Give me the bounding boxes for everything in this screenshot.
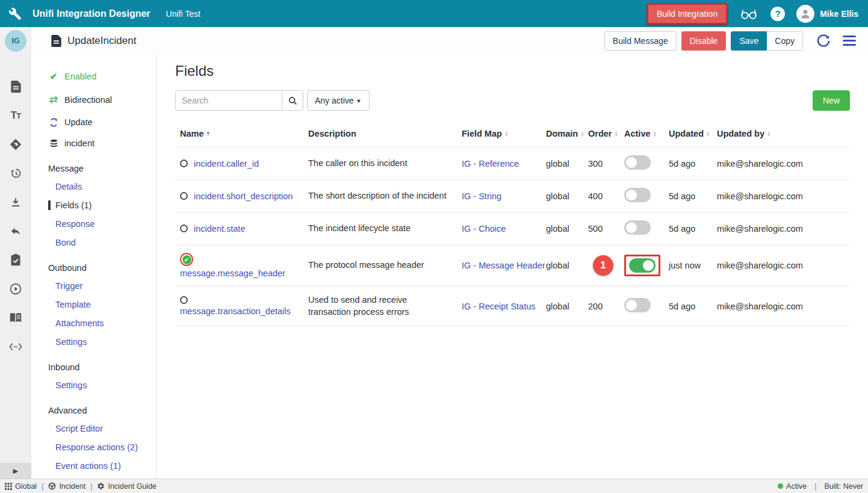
nav-status-bidirectional[interactable]: ⇄ Bidirectional — [48, 93, 156, 106]
active-toggle[interactable] — [624, 188, 651, 202]
preview-glasses-icon[interactable] — [739, 4, 759, 24]
active-toggle[interactable] — [624, 155, 651, 170]
field-map-link[interactable]: IG - Message Header — [462, 261, 546, 270]
scope-selector[interactable]: Global — [5, 482, 37, 491]
build-message-button[interactable]: Build Message — [604, 31, 677, 51]
nav-status-incident[interactable]: incident — [48, 138, 156, 148]
column-header-order[interactable]: Order▲▼ — [588, 129, 624, 138]
history-icon[interactable] — [0, 159, 31, 188]
active-toggle[interactable] — [624, 298, 651, 312]
fields-table: Name▲▼ Description Field Map▲▼ Domain▲▼ … — [175, 122, 850, 326]
help-icon[interactable]: ? — [767, 4, 788, 24]
column-header-name[interactable]: Name▲▼ — [180, 129, 308, 138]
field-updated-by: mike@sharelogic.com — [717, 261, 850, 270]
route-diamond-icon[interactable] — [0, 130, 31, 159]
radio-icon[interactable] — [180, 192, 188, 200]
user-name[interactable]: Mike Ellis — [820, 9, 858, 19]
field-name-link[interactable]: incident.short_description — [194, 191, 293, 201]
field-map-link[interactable]: IG - Reference — [462, 159, 546, 169]
status-active-label: Active — [786, 482, 807, 491]
sidebar-item-bond[interactable]: Bond — [55, 238, 156, 247]
sidebar-item-inbound-settings[interactable]: Settings — [55, 380, 156, 390]
user-avatar[interactable] — [796, 5, 814, 23]
reply-icon[interactable] — [0, 217, 31, 246]
field-order: 300 — [588, 159, 624, 169]
sidebar-item-template[interactable]: Template — [55, 300, 156, 309]
search-icon[interactable] — [282, 90, 303, 111]
field-map-link[interactable]: IG - Receipt Status — [462, 302, 546, 311]
build-integration-button[interactable]: Build Integration — [648, 5, 726, 23]
column-header-updated[interactable]: Updated▲▼ — [669, 129, 717, 138]
field-map-link[interactable]: IG - String — [462, 191, 546, 201]
integration-avatar-area: IG — [0, 27, 31, 54]
field-description: The short description of the incident — [308, 190, 462, 202]
field-description: The caller on this incident — [308, 158, 462, 170]
active-toggle[interactable] — [624, 220, 651, 235]
sidebar-item-event-actions[interactable]: Event actions (1) — [55, 461, 156, 471]
sidebar-item-fields[interactable]: Fields (1) — [48, 200, 156, 210]
active-status-dot — [778, 483, 783, 489]
column-header-domain[interactable]: Domain▲▼ — [546, 129, 588, 138]
incident-app-icon — [48, 482, 56, 490]
radio-icon[interactable] — [180, 160, 188, 167]
clipboard-check-icon[interactable] — [0, 246, 31, 274]
column-header-active[interactable]: Active▲▼ — [624, 129, 669, 138]
field-updated: 5d ago — [669, 159, 717, 169]
wrench-icon[interactable] — [8, 7, 22, 20]
save-button[interactable]: Save — [731, 31, 767, 51]
radio-icon[interactable] — [180, 225, 188, 232]
field-updated-by: mike@sharelogic.com — [717, 224, 850, 234]
table-row: incident.short_description The short des… — [175, 179, 850, 212]
table-row: message.transaction_details Used to send… — [175, 286, 850, 326]
field-name-link[interactable]: incident.state — [194, 224, 245, 234]
search-input[interactable] — [175, 90, 282, 111]
active-toggle[interactable] — [629, 258, 656, 273]
field-map-link[interactable]: IG - Choice — [462, 224, 546, 234]
sidebar-item-attachments[interactable]: Attachments — [55, 318, 156, 328]
code-icon[interactable] — [0, 332, 31, 361]
expand-rail-button[interactable]: ▶ — [0, 463, 31, 479]
column-header-updated-by[interactable]: Updated by▲▼ — [717, 129, 850, 138]
sidebar-item-response[interactable]: Response — [55, 219, 156, 229]
refresh-icon[interactable] — [816, 34, 831, 48]
integration-avatar[interactable]: IG — [5, 30, 26, 52]
field-domain: global — [546, 302, 588, 311]
table-header-row: Name▲▼ Description Field Map▲▼ Domain▲▼ … — [175, 122, 850, 147]
field-name-link[interactable]: incident.caller_id — [194, 159, 259, 169]
nav-status-enabled[interactable]: ✔ Enabled — [48, 71, 156, 82]
record-header-bar: UpdateIncident Build Message Disable Sav… — [31, 27, 868, 54]
top-navigation-bar: Unifi Integration Designer Unifi Test Bu… — [0, 0, 868, 27]
nav-group-message: Message — [48, 164, 156, 173]
field-domain: global — [546, 191, 588, 201]
app-title: Unifi Integration Designer — [33, 8, 150, 19]
field-name-link[interactable]: message.transaction_details — [180, 306, 291, 316]
column-header-description[interactable]: Description — [308, 129, 462, 138]
sidebar-item-outbound-settings[interactable]: Settings — [55, 337, 156, 347]
table-row-active: ✔ message.message_header The protocol me… — [175, 244, 850, 286]
book-icon[interactable] — [0, 303, 31, 332]
field-domain: global — [546, 224, 588, 234]
nav-status-update[interactable]: Update — [48, 117, 156, 127]
sidebar-item-details[interactable]: Details — [55, 182, 156, 191]
disable-button[interactable]: Disable — [681, 31, 727, 51]
menu-icon[interactable] — [843, 36, 856, 46]
instance-name[interactable]: Unifi Test — [166, 9, 200, 19]
field-domain: global — [546, 159, 588, 169]
app-selector[interactable]: Incident — [48, 482, 85, 491]
radio-icon[interactable] — [180, 296, 188, 304]
document-icon — [51, 35, 61, 47]
sidebar-item-response-actions[interactable]: Response actions (2) — [55, 442, 156, 452]
active-filter-dropdown[interactable]: Any active▼ — [307, 90, 370, 111]
download-icon[interactable] — [0, 188, 31, 217]
document-icon[interactable] — [0, 72, 31, 101]
text-format-icon[interactable]: TT — [0, 101, 31, 130]
sidebar-item-trigger[interactable]: Trigger — [55, 281, 156, 291]
column-header-field-map[interactable]: Field Map▲▼ — [462, 129, 546, 138]
play-circle-icon[interactable] — [0, 274, 31, 303]
sidebar-nav: ✔ Enabled ⇄ Bidirectional Update inciden… — [31, 54, 157, 479]
sidebar-item-script-editor[interactable]: Script Editor — [55, 424, 156, 433]
field-name-link[interactable]: message.message_header — [180, 268, 285, 278]
new-button[interactable]: New — [813, 90, 850, 111]
copy-button[interactable]: Copy — [767, 31, 803, 51]
module-selector[interactable]: Incident Guide — [97, 482, 157, 491]
